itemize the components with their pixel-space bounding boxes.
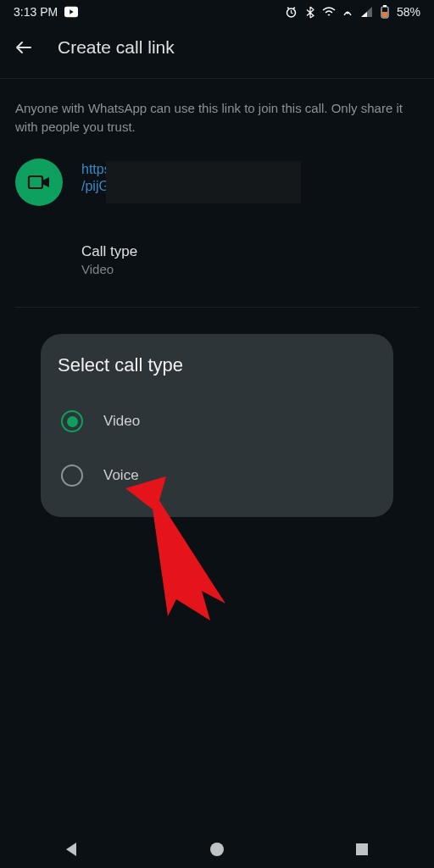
description-text: Anyone with WhatsApp can use this link t… xyxy=(15,99,419,136)
sheet-title: Select call type xyxy=(58,354,376,376)
page-title: Create call link xyxy=(58,37,175,58)
wifi-icon xyxy=(322,5,336,19)
radio-option-voice[interactable]: Voice xyxy=(58,454,376,497)
call-type-value: Video xyxy=(81,262,419,276)
svg-point-8 xyxy=(210,843,224,856)
call-type-label: Call type xyxy=(81,243,419,260)
radio-option-video[interactable]: Video xyxy=(58,400,376,442)
youtube-icon xyxy=(64,5,78,19)
triangle-back-icon xyxy=(64,841,81,858)
call-link-row[interactable]: https/pijG xyxy=(15,159,419,206)
svg-rect-9 xyxy=(356,843,368,855)
select-call-type-sheet: Select call type Video Voice xyxy=(41,334,393,517)
arrow-left-icon xyxy=(14,37,34,58)
status-time: 3:13 PM xyxy=(14,5,58,19)
signal-icon xyxy=(359,5,373,19)
battery-icon xyxy=(378,5,392,19)
navigation-bar xyxy=(0,831,434,868)
svg-rect-4 xyxy=(383,5,387,7)
radio-label: Video xyxy=(103,413,140,430)
video-camera-icon xyxy=(27,174,51,191)
back-button[interactable] xyxy=(10,34,37,61)
svg-rect-5 xyxy=(382,12,387,17)
radio-icon-selected xyxy=(61,410,83,432)
bluetooth-icon xyxy=(303,5,317,19)
radio-icon-unselected xyxy=(61,465,83,487)
nav-home-button[interactable] xyxy=(200,832,234,866)
circle-home-icon xyxy=(209,842,225,857)
app-bar: Create call link xyxy=(0,24,434,71)
square-recent-icon xyxy=(355,843,369,856)
call-type-block[interactable]: Call type Video xyxy=(81,243,419,276)
divider xyxy=(15,307,419,308)
nav-back-button[interactable] xyxy=(55,832,89,866)
alarm-icon xyxy=(285,5,298,19)
svg-rect-6 xyxy=(29,176,42,188)
battery-percent: 58% xyxy=(397,5,420,19)
video-badge xyxy=(15,159,63,206)
redacted-area xyxy=(106,161,301,203)
hotspot-icon xyxy=(341,5,354,19)
status-bar: 3:13 PM 58% xyxy=(0,0,434,24)
main-content: Anyone with WhatsApp can use this link t… xyxy=(0,79,434,308)
radio-label: Voice xyxy=(103,467,139,484)
nav-recent-button[interactable] xyxy=(345,832,379,866)
